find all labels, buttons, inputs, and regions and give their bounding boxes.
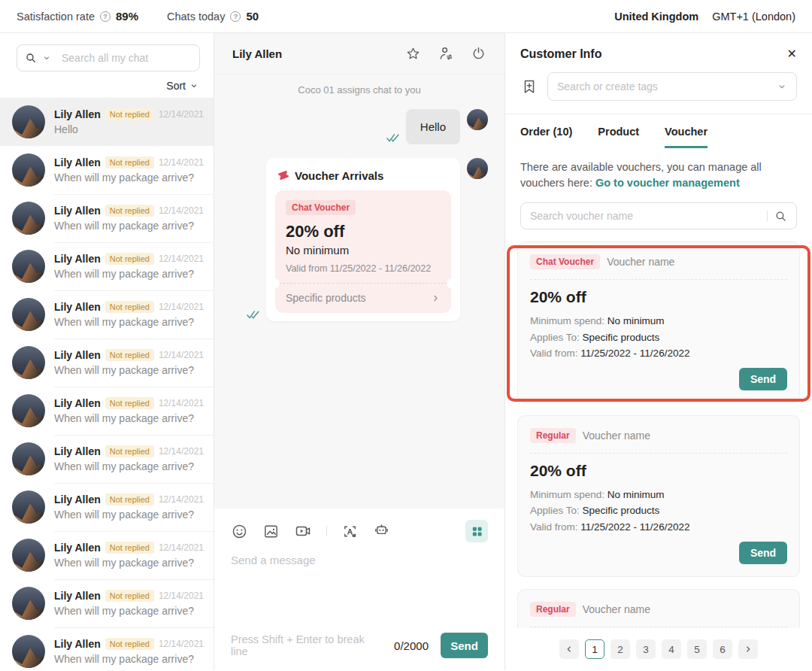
avatar <box>12 490 45 524</box>
emoji-icon[interactable] <box>231 523 248 540</box>
voucher-detail-row: Valid from: 11/25/2022 - 11/26/2022 <box>530 519 787 536</box>
avatar <box>12 539 45 572</box>
chevron-down-icon <box>189 81 198 90</box>
avatar <box>467 158 488 179</box>
chats-today-label: Chats today <box>167 11 225 23</box>
chat-item-preview: When will my package arrive? <box>54 172 201 184</box>
voucher-detail-row: Minimum spend: No minimum <box>530 487 787 503</box>
info-tab[interactable]: Order (10) <box>520 126 572 148</box>
voucher-card-title: Voucher Arrivals <box>295 169 383 182</box>
voucher-validity: Valid from 11/25/2022 - 11/26/2022 <box>286 263 441 274</box>
page-number-button[interactable]: 1 <box>585 639 604 659</box>
transfer-chat-icon[interactable] <box>438 45 454 62</box>
chat-item-date: 12/14/2021 <box>159 302 204 312</box>
quick-phrase-grid-icon[interactable] <box>465 520 488 542</box>
page-number-button[interactable]: 5 <box>687 639 707 659</box>
chat-item-name: Lily Allen <box>54 638 101 650</box>
voucher-search-input[interactable] <box>530 210 760 222</box>
divider <box>326 526 327 536</box>
chevron-down-icon[interactable] <box>777 81 787 92</box>
chat-item-preview: When will my package arrive? <box>54 268 201 280</box>
page-buttons: 123456 <box>585 639 732 659</box>
voucher-name: Voucher name <box>583 603 650 615</box>
chat-list-item[interactable]: Lily Allen Not replied 12/14/2021 When w… <box>0 531 214 579</box>
star-icon[interactable] <box>405 46 421 62</box>
end-chat-icon[interactable] <box>471 46 486 62</box>
voucher-card: Regular Voucher name 20% off Minimum spe… <box>517 415 800 577</box>
translate-icon[interactable] <box>341 523 359 540</box>
search-icon <box>25 52 37 64</box>
voucher-type-badge: Regular <box>530 428 576 443</box>
page-number-button[interactable]: 6 <box>713 639 732 659</box>
chat-item-status-badge: Not replied <box>105 349 154 361</box>
avatar <box>12 298 45 331</box>
voucher-list: Chat Voucher Voucher name 20% off Minimu… <box>505 229 812 670</box>
help-icon[interactable] <box>100 11 111 22</box>
chat-item-preview: When will my package arrive? <box>54 364 201 376</box>
help-icon[interactable] <box>230 11 241 22</box>
voucher-management-link[interactable]: Go to voucher management <box>595 177 740 189</box>
customer-info-panel: Customer Info Order (10)ProductVoucher T… <box>505 33 812 670</box>
chat-item-status-badge: Not replied <box>105 493 154 506</box>
chat-item-date: 12/14/2021 <box>159 254 204 264</box>
chat-list-item[interactable]: Lily Allen Not replied 12/14/2021 Hello <box>0 98 214 146</box>
voucher-notice: There are available vouchers, you can ma… <box>505 148 812 191</box>
chat-item-name: Lily Allen <box>54 205 101 217</box>
double-check-icon <box>247 310 259 320</box>
video-icon[interactable] <box>294 522 312 540</box>
page-number-button[interactable]: 3 <box>636 639 656 659</box>
chat-item-status-badge: Not replied <box>105 397 154 409</box>
system-message: Coco 01 assigns chat to you <box>231 84 488 96</box>
timezone-label: GMT+1 (London) <box>712 11 795 23</box>
chat-list-item[interactable]: Lily Allen Not replied 12/14/2021 When w… <box>0 146 214 194</box>
specific-products-link[interactable]: Specific products <box>275 284 451 313</box>
chat-item-name: Lily Allen <box>54 108 101 120</box>
chat-item-preview: When will my package arrive? <box>54 220 201 232</box>
message-input[interactable] <box>231 554 488 566</box>
divider <box>530 279 787 280</box>
tag-search-box[interactable] <box>547 72 797 101</box>
chat-item-name: Lily Allen <box>54 397 101 409</box>
chat-list-panel: Sort Lily Allen Not replied 12/14/2021 H… <box>0 33 214 670</box>
app-window: Satisfaction rate 89% Chats today 50 Uni… <box>0 0 812 671</box>
next-page-button[interactable] <box>738 639 758 659</box>
tag-search-input[interactable] <box>557 80 771 93</box>
image-icon[interactable] <box>262 523 280 540</box>
prev-page-button[interactable] <box>559 639 579 659</box>
voucher-search-box[interactable] <box>520 202 797 229</box>
chat-item-name: Lily Allen <box>54 542 101 554</box>
close-icon[interactable] <box>787 48 797 60</box>
search-icon[interactable] <box>774 210 787 223</box>
page-number-button[interactable]: 2 <box>611 639 630 659</box>
page-number-button[interactable]: 4 <box>662 639 681 659</box>
conversation-panel: Lily Allen Coco 01 assigns chat to you <box>214 33 505 670</box>
chat-item-preview: When will my package arrive? <box>54 460 201 472</box>
chat-list-item[interactable]: Lily Allen Not replied 12/14/2021 When w… <box>0 339 214 387</box>
chat-list-item[interactable]: Lily Allen Not replied 12/14/2021 When w… <box>0 194 214 242</box>
pagination: 123456 <box>505 628 812 670</box>
chat-item-date: 12/14/2021 <box>159 157 204 168</box>
tag-bookmark-plus-icon[interactable] <box>520 77 538 96</box>
message-area: Coco 01 assigns chat to you Hello <box>214 74 504 509</box>
sort-dropdown[interactable]: Sort <box>0 71 214 98</box>
chat-list-item[interactable]: Lily Allen Not replied 12/14/2021 When w… <box>0 387 214 435</box>
info-tab[interactable]: Product <box>598 126 639 148</box>
chat-search-box[interactable] <box>17 44 200 71</box>
chat-item-date: 12/14/2021 <box>159 398 204 408</box>
chat-list-item[interactable]: Lily Allen Not replied 12/14/2021 When w… <box>0 483 214 531</box>
send-voucher-button[interactable]: Send <box>739 368 787 390</box>
chat-search-input[interactable] <box>62 52 198 64</box>
chat-list-item[interactable]: Lily Allen Not replied 12/14/2021 When w… <box>0 627 214 670</box>
send-voucher-button[interactable]: Send <box>739 542 787 564</box>
conversation-header: Lily Allen <box>214 33 504 74</box>
chat-list-item[interactable]: Lily Allen Not replied 12/14/2021 When w… <box>0 435 214 483</box>
chatbot-icon[interactable] <box>373 523 390 540</box>
chat-list-item[interactable]: Lily Allen Not replied 12/14/2021 When w… <box>0 579 214 627</box>
chat-list-item[interactable]: Lily Allen Not replied 12/14/2021 When w… <box>0 290 214 339</box>
chat-list-item[interactable]: Lily Allen Not replied 12/14/2021 When w… <box>0 242 214 290</box>
chevron-down-icon[interactable] <box>42 53 51 62</box>
message-row: Voucher Arrivals Chat Voucher 20% off No… <box>231 158 488 321</box>
chat-item-name: Lily Allen <box>54 445 101 457</box>
send-message-button[interactable]: Send <box>441 633 488 658</box>
info-tab[interactable]: Voucher <box>665 126 707 148</box>
